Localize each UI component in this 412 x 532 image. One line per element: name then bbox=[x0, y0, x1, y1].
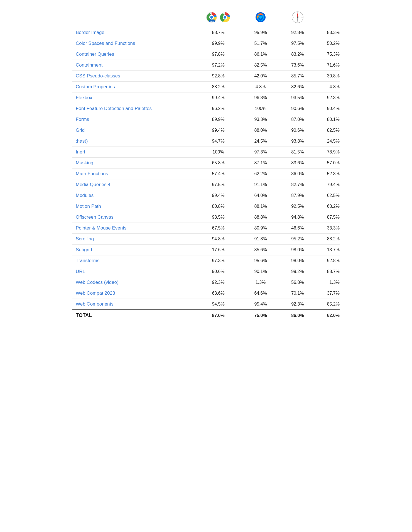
svg-point-8 bbox=[224, 16, 226, 19]
col3-value: 98.0% bbox=[279, 245, 316, 255]
col1-value: 88.7% bbox=[194, 27, 242, 38]
area-name[interactable]: Custom Properties bbox=[72, 82, 194, 92]
col2-value: 97.3% bbox=[242, 147, 279, 158]
area-name[interactable]: Border Image bbox=[72, 27, 194, 38]
interop-value: 88.7% bbox=[316, 266, 340, 277]
total-row: TOTAL 87.0% 75.0% 86.0% 62.0% bbox=[72, 310, 340, 321]
col3-value: 92.5% bbox=[279, 201, 316, 212]
col1-value: 94.5% bbox=[194, 299, 242, 310]
area-name[interactable]: Masking bbox=[72, 158, 194, 169]
col3-value: 46.6% bbox=[279, 223, 316, 234]
col1-value: 99.9% bbox=[194, 38, 242, 49]
table-row: Containment 97.2% 82.5% 73.6% 71.6% bbox=[72, 60, 340, 71]
area-name[interactable]: Subgrid bbox=[72, 245, 194, 255]
interop-value: 57.0% bbox=[316, 158, 340, 169]
col1-value: 97.5% bbox=[194, 179, 242, 190]
col3-value: 85.7% bbox=[279, 71, 316, 82]
col3-value: 92.3% bbox=[279, 299, 316, 310]
table-row: Web Codecs (video) 92.3% 1.3% 56.8% 1.3% bbox=[72, 277, 340, 288]
interop-value: 30.8% bbox=[316, 71, 340, 82]
area-name[interactable]: Color Spaces and Functions bbox=[72, 38, 194, 49]
focus-areas-table: Dev bbox=[72, 8, 340, 321]
area-name[interactable]: Web Components bbox=[72, 299, 194, 310]
area-name[interactable]: Grid bbox=[72, 125, 194, 136]
table-row: Web Components 94.5% 95.4% 92.3% 85.2% bbox=[72, 299, 340, 310]
col2-value: 91.8% bbox=[242, 234, 279, 245]
chrome-dev-icon: Dev bbox=[205, 11, 218, 23]
col2-value: 91.1% bbox=[242, 179, 279, 190]
col2-value: 64.0% bbox=[242, 190, 279, 201]
col1-value: 80.8% bbox=[194, 201, 242, 212]
area-name[interactable]: Web Codecs (video) bbox=[72, 277, 194, 288]
svg-point-3 bbox=[210, 16, 213, 19]
svg-text:Dev: Dev bbox=[210, 20, 214, 22]
table-row: Math Functions 57.4% 62.2% 86.0% 52.3% bbox=[72, 169, 340, 179]
interop-value: 80.1% bbox=[316, 114, 340, 125]
area-name[interactable]: Flexbox bbox=[72, 92, 194, 103]
table-row: Inert 100% 97.3% 81.5% 78.9% bbox=[72, 147, 340, 158]
col1-value: 89.9% bbox=[194, 114, 242, 125]
table-row: Scrolling 94.8% 91.8% 95.2% 88.2% bbox=[72, 234, 340, 245]
interop-value: 62.5% bbox=[316, 190, 340, 201]
col2-value: 62.2% bbox=[242, 169, 279, 179]
col2-value: 51.7% bbox=[242, 38, 279, 49]
col2-value: 42.0% bbox=[242, 71, 279, 82]
area-name[interactable]: :has() bbox=[72, 136, 194, 147]
table-row: Font Feature Detection and Palettes 96.2… bbox=[72, 103, 340, 114]
col3-value: 90.6% bbox=[279, 103, 316, 114]
area-name[interactable]: Container Queries bbox=[72, 49, 194, 60]
col1-value: 17.6% bbox=[194, 245, 242, 255]
interop-value: 78.9% bbox=[316, 147, 340, 158]
area-name[interactable]: Scrolling bbox=[72, 234, 194, 245]
interop-value: 33.3% bbox=[316, 223, 340, 234]
interop-value: 1.3% bbox=[316, 277, 340, 288]
area-name[interactable]: Transforms bbox=[72, 255, 194, 266]
area-name[interactable]: Containment bbox=[72, 60, 194, 71]
svg-point-12 bbox=[259, 16, 262, 19]
table-row: Web Compat 2023 63.6% 64.6% 70.1% 37.7% bbox=[72, 288, 340, 299]
interop-value: 37.7% bbox=[316, 288, 340, 299]
total-col2: 75.0% bbox=[242, 310, 279, 321]
area-name[interactable]: Math Functions bbox=[72, 169, 194, 179]
col1-value: 57.4% bbox=[194, 169, 242, 179]
area-name[interactable]: Font Feature Detection and Palettes bbox=[72, 103, 194, 114]
col1-value: 97.8% bbox=[194, 49, 242, 60]
col2-value: 80.9% bbox=[242, 223, 279, 234]
interop-value: 92.8% bbox=[316, 255, 340, 266]
area-name[interactable]: Forms bbox=[72, 114, 194, 125]
col2-value: 86.1% bbox=[242, 49, 279, 60]
col2-value: 95.4% bbox=[242, 299, 279, 310]
main-table-container: Dev bbox=[72, 8, 340, 321]
area-name[interactable]: Media Queries 4 bbox=[72, 179, 194, 190]
col1-value: 99.4% bbox=[194, 190, 242, 201]
table-row: Transforms 97.3% 95.6% 98.0% 92.8% bbox=[72, 255, 340, 266]
area-name[interactable]: Web Compat 2023 bbox=[72, 288, 194, 299]
col3-value: 81.5% bbox=[279, 147, 316, 158]
area-name[interactable]: Pointer & Mouse Events bbox=[72, 223, 194, 234]
interop-value: 85.2% bbox=[316, 299, 340, 310]
interop-value: 24.5% bbox=[316, 136, 340, 147]
interop-value: 50.2% bbox=[316, 38, 340, 49]
area-name[interactable]: Inert bbox=[72, 147, 194, 158]
table-row: Subgrid 17.6% 85.6% 98.0% 13.7% bbox=[72, 245, 340, 255]
col2-value: 88.0% bbox=[242, 125, 279, 136]
table-row: :has() 94.7% 24.5% 93.8% 24.5% bbox=[72, 136, 340, 147]
header-firefox bbox=[242, 8, 279, 27]
area-name[interactable]: Modules bbox=[72, 190, 194, 201]
col2-value: 4.8% bbox=[242, 82, 279, 92]
area-name[interactable]: Offscreen Canvas bbox=[72, 212, 194, 223]
col1-value: 65.8% bbox=[194, 158, 242, 169]
area-name[interactable]: Motion Path bbox=[72, 201, 194, 212]
area-name[interactable]: CSS Pseudo-classes bbox=[72, 71, 194, 82]
firefox-icon bbox=[254, 11, 267, 23]
svg-point-21 bbox=[297, 17, 298, 18]
interop-value: 88.2% bbox=[316, 234, 340, 245]
table-row: Container Queries 97.8% 86.1% 83.2% 75.3… bbox=[72, 49, 340, 60]
table-row: Custom Properties 88.2% 4.8% 82.6% 4.8% bbox=[72, 82, 340, 92]
col3-value: 70.1% bbox=[279, 288, 316, 299]
col1-value: 67.5% bbox=[194, 223, 242, 234]
area-name[interactable]: URL bbox=[72, 266, 194, 277]
table-row: URL 90.6% 90.1% 99.2% 88.7% bbox=[72, 266, 340, 277]
total-col3: 86.0% bbox=[279, 310, 316, 321]
col3-value: 97.5% bbox=[279, 38, 316, 49]
